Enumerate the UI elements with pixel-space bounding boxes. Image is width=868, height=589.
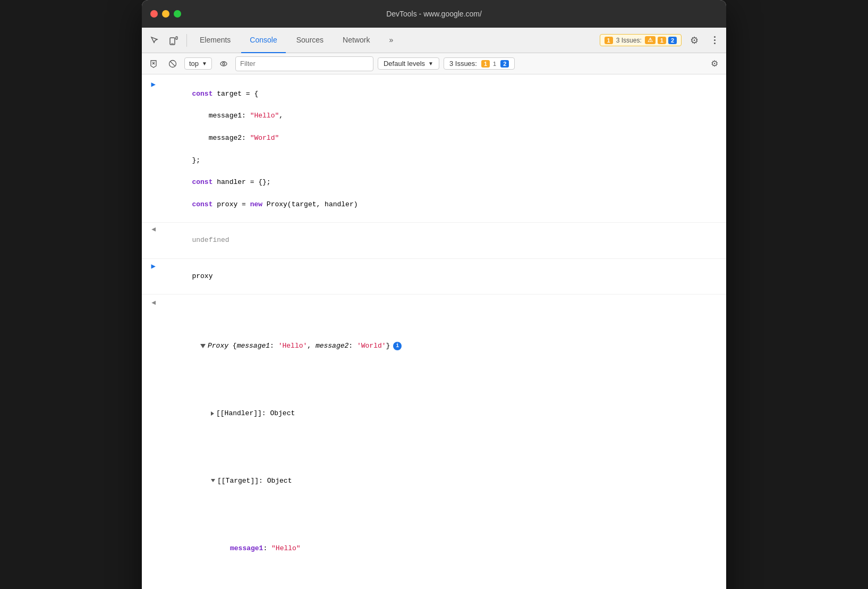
main-toolbar: Elements Console Sources Network » 1 3 I… bbox=[142, 28, 726, 53]
handler-row[interactable]: [[Handler]]: Object bbox=[169, 397, 722, 430]
close-button[interactable] bbox=[150, 10, 158, 18]
device-icon[interactable] bbox=[165, 32, 182, 49]
result-text-1: undefined bbox=[159, 224, 722, 257]
traffic-lights bbox=[150, 10, 181, 18]
gutter-result-1: ◀ bbox=[146, 224, 159, 235]
settings-button[interactable]: ⚙ bbox=[686, 32, 703, 49]
tab-sources[interactable]: Sources bbox=[288, 28, 332, 53]
proxy-header[interactable]: Proxy {message1: 'Hello', message2: 'Wor… bbox=[159, 330, 722, 363]
warn-badge: 1 bbox=[605, 37, 613, 44]
issues-info-badge: 2 bbox=[500, 60, 509, 68]
block-filter-button[interactable] bbox=[165, 56, 180, 71]
console-toolbar: top ▼ Default levels ▼ 3 Issues: 1 1 2 ⚙ bbox=[142, 53, 726, 74]
code-block-1: const target = { message1: "Hello", mess… bbox=[159, 78, 722, 221]
console-input-1: ▶ const target = { message1: "Hello", me… bbox=[142, 74, 726, 223]
tab-console[interactable]: Console bbox=[241, 28, 285, 53]
collapse-icon bbox=[200, 344, 206, 348]
info-icon[interactable]: i bbox=[393, 342, 402, 350]
svg-point-8 bbox=[220, 62, 227, 66]
dot1 bbox=[714, 36, 716, 38]
issues-warn-badge: 1 bbox=[481, 60, 490, 68]
context-selector[interactable]: top ▼ bbox=[184, 57, 212, 70]
console-input-2: ▶ proxy bbox=[142, 259, 726, 294]
tab-network[interactable]: Network bbox=[334, 28, 378, 53]
clear-console-button[interactable] bbox=[146, 56, 161, 71]
inspect-icon[interactable] bbox=[146, 32, 163, 49]
toolbar-right: 1 3 Issues: ⚠ 1 2 ⚙ bbox=[600, 32, 722, 49]
dropdown-arrow-icon: ▼ bbox=[202, 61, 207, 66]
devtools-window: DevTools - www.google.com/ Elements Cons… bbox=[142, 0, 726, 589]
toolbar-divider-1 bbox=[186, 34, 187, 47]
eye-icon-button[interactable] bbox=[216, 56, 231, 71]
target-message1: message1: "Hello" bbox=[189, 532, 722, 565]
issues-info-count: 2 bbox=[668, 37, 677, 44]
gutter-expand-2[interactable]: ▶ bbox=[146, 260, 159, 272]
titlebar: DevTools - www.google.com/ bbox=[142, 0, 726, 28]
console-settings-button[interactable]: ⚙ bbox=[707, 56, 722, 71]
console-result-proxy: ◀ Proxy {message1: 'Hello', message2: 'W… bbox=[142, 294, 726, 589]
minimize-button[interactable] bbox=[162, 10, 169, 18]
log-levels-selector[interactable]: Default levels ▼ bbox=[378, 57, 439, 70]
dot3 bbox=[714, 43, 716, 44]
issues-warn-count: ⚠ bbox=[645, 36, 656, 44]
console-output: ▶ const target = { message1: "Hello", me… bbox=[142, 74, 726, 589]
svg-line-7 bbox=[171, 61, 175, 66]
svg-point-9 bbox=[223, 63, 225, 65]
tab-more[interactable]: » bbox=[380, 28, 402, 53]
more-options-button[interactable] bbox=[707, 33, 722, 48]
issues-warning-num: 1 bbox=[658, 37, 666, 44]
collapse-target-icon bbox=[211, 479, 215, 482]
gutter-collapse-proxy[interactable]: ◀ bbox=[146, 297, 159, 309]
svg-rect-1 bbox=[176, 37, 177, 39]
console-result-1: ◀ undefined bbox=[142, 223, 726, 258]
expand-handler-icon bbox=[211, 411, 214, 416]
issues-count-badge[interactable]: 3 Issues: 1 1 2 bbox=[444, 57, 515, 70]
levels-dropdown-icon: ▼ bbox=[428, 61, 433, 66]
gutter-expand-1[interactable]: ▶ bbox=[146, 78, 159, 90]
dot2 bbox=[714, 39, 716, 41]
window-title: DevTools - www.google.com/ bbox=[386, 10, 482, 18]
svg-marker-3 bbox=[151, 61, 156, 68]
maximize-button[interactable] bbox=[174, 10, 181, 18]
target-row[interactable]: [[Target]]: Object bbox=[169, 465, 722, 498]
issues-badge[interactable]: 1 3 Issues: ⚠ 1 2 bbox=[600, 34, 682, 46]
code-inline-2: proxy bbox=[159, 260, 722, 293]
filter-input[interactable] bbox=[235, 56, 373, 71]
proxy-result: Proxy {message1: 'Hello', message2: 'Wor… bbox=[159, 297, 722, 589]
tab-elements[interactable]: Elements bbox=[191, 28, 239, 53]
